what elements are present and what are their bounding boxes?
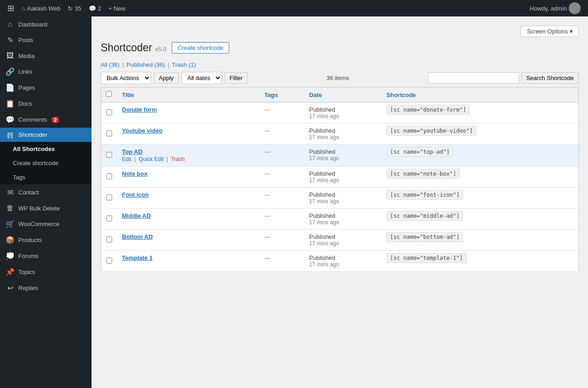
- sidebar-item-label: Forums: [18, 253, 38, 259]
- row-date: 17 mins ago: [309, 134, 378, 140]
- pages-icon: 📄: [5, 83, 15, 92]
- row-checkbox[interactable]: [106, 173, 112, 179]
- admin-bar-comments[interactable]: 💬 2: [85, 0, 105, 16]
- filter-button[interactable]: Filter: [225, 72, 248, 84]
- row-status: Published: [309, 148, 378, 155]
- row-title-link[interactable]: Template 1: [122, 254, 255, 261]
- sidebar-submenu-tags[interactable]: Tags: [0, 170, 92, 184]
- row-title-link[interactable]: Youtube video: [122, 127, 255, 134]
- admin-bar-wp-logo[interactable]: ⊞: [4, 0, 18, 16]
- row-title-link[interactable]: Note box: [122, 170, 255, 177]
- row-checkbox[interactable]: [106, 258, 112, 264]
- sidebar-item-forums[interactable]: 💭 Forums: [0, 248, 92, 264]
- row-checkbox[interactable]: [106, 194, 112, 200]
- row-date-cell: Published17 mins ago: [305, 145, 382, 167]
- sidebar-submenu-create-shortcode[interactable]: Create shortcode: [0, 156, 92, 170]
- row-shortcode-badge[interactable]: [sc name="template-1"]: [387, 253, 467, 263]
- search-input[interactable]: [428, 72, 519, 84]
- row-action-trash[interactable]: Trash: [171, 156, 184, 162]
- table-header-title[interactable]: Title: [118, 87, 260, 102]
- row-shortcode-badge[interactable]: [sc name="youtube-video"]: [387, 126, 477, 136]
- sidebar-item-label: Dashboard: [18, 21, 48, 28]
- version-badge: v5.0: [155, 46, 167, 53]
- row-title-link[interactable]: Donate form: [122, 106, 255, 113]
- row-title-link[interactable]: Top AD: [122, 148, 255, 155]
- row-status: Published: [309, 212, 378, 219]
- create-shortcode-button[interactable]: Create shortcode: [172, 42, 229, 54]
- admin-bar-new[interactable]: + New: [105, 0, 129, 16]
- table-header-shortcode: Shortcode: [382, 87, 579, 102]
- row-tags-cell: —: [260, 167, 305, 188]
- admin-bar: ⊞ ⌂ Aakash Web ↻ 35 💬 2 + New Howdy, adm…: [0, 0, 588, 16]
- row-shortcode-badge[interactable]: [sc name="font-icon"]: [387, 190, 464, 200]
- sidebar-submenu-all-shortcodes[interactable]: All Shortcodes: [0, 142, 92, 156]
- posts-icon: ✎: [5, 36, 15, 44]
- bulk-actions-select[interactable]: Bulk Actions: [101, 72, 151, 84]
- row-status: Published: [309, 191, 378, 198]
- row-tags-cell: —: [260, 145, 305, 167]
- sidebar-item-contact[interactable]: ✉ Contact: [0, 184, 92, 200]
- admin-bar-site[interactable]: ⌂ Aakash Web: [18, 0, 64, 16]
- row-title-link[interactable]: Middle AD: [122, 212, 255, 219]
- sidebar-item-label: WooCommerce: [18, 221, 59, 227]
- row-shortcode-badge[interactable]: [sc name="donate-form"]: [387, 105, 470, 115]
- sidebar-item-pages[interactable]: 📄 Pages: [0, 80, 92, 96]
- row-tags-cell: —: [260, 188, 305, 209]
- sidebar-item-products[interactable]: 📦 Products: [0, 232, 92, 248]
- sidebar: ⌂ Dashboard ✎ Posts 🖼 Media 🔗 Links 📄 Pa…: [0, 16, 92, 388]
- page-title: Shortcoder v5.0: [101, 42, 166, 54]
- row-checkbox-cell: [101, 251, 118, 272]
- row-date: 17 mins ago: [309, 261, 378, 268]
- admin-bar-howdy[interactable]: Howdy, admin: [526, 2, 584, 14]
- row-action-edit[interactable]: Edit: [122, 156, 132, 162]
- dates-select[interactable]: All dates: [182, 72, 222, 84]
- row-action-quick-edit[interactable]: Quick Edit: [139, 156, 164, 162]
- table-header-tags: Tags: [260, 87, 305, 102]
- filter-trash[interactable]: Trash (1): [172, 61, 196, 68]
- table-row: Note box—Published17 mins ago[sc name="n…: [101, 167, 579, 188]
- sidebar-item-links[interactable]: 🔗 Links: [0, 64, 92, 80]
- row-shortcode-badge[interactable]: [sc name="middle-ad"]: [387, 211, 464, 221]
- sidebar-item-label: Contact: [18, 189, 39, 196]
- apply-button[interactable]: Apply: [154, 72, 179, 84]
- filter-all[interactable]: All (36): [101, 61, 119, 68]
- row-tags-cell: —: [260, 124, 305, 145]
- links-icon: 🔗: [5, 67, 15, 76]
- sidebar-item-shortcoder[interactable]: [/] Shortcoder: [0, 128, 92, 142]
- screen-options-button[interactable]: Screen Options ▾: [521, 26, 579, 37]
- row-shortcode-badge[interactable]: [sc name="bottom-ad"]: [387, 232, 464, 242]
- updates-icon: ↻: [68, 5, 73, 12]
- sidebar-item-wp-bulk-delete[interactable]: 🗑 WP Bulk Delete: [0, 200, 92, 216]
- select-all-checkbox[interactable]: [106, 91, 112, 97]
- sidebar-item-media[interactable]: 🖼 Media: [0, 48, 92, 64]
- sidebar-item-comments[interactable]: 💬 Comments 2: [0, 112, 92, 128]
- contact-icon: ✉: [5, 188, 15, 197]
- admin-bar-updates[interactable]: ↻ 35: [64, 0, 85, 16]
- filter-published[interactable]: Published (36): [127, 61, 165, 68]
- row-checkbox[interactable]: [106, 130, 112, 136]
- row-checkbox[interactable]: [106, 152, 112, 158]
- sidebar-item-dashboard[interactable]: ⌂ Dashboard: [0, 16, 92, 32]
- sidebar-item-topics[interactable]: 📌 Topics: [0, 264, 92, 280]
- row-checkbox[interactable]: [106, 237, 112, 242]
- row-date-cell: Published17 mins ago: [305, 124, 382, 145]
- admin-avatar: [569, 2, 581, 14]
- row-tags-cell: —: [260, 102, 305, 124]
- row-shortcode-badge[interactable]: [sc name="top-ad"]: [387, 147, 453, 157]
- row-title-link[interactable]: Bottom AD: [122, 233, 255, 240]
- sidebar-item-posts[interactable]: ✎ Posts: [0, 32, 92, 48]
- search-button[interactable]: Search Shortcode: [521, 72, 579, 84]
- row-tags-cell: —: [260, 209, 305, 230]
- sidebar-item-docs[interactable]: 📋 Docs: [0, 96, 92, 112]
- row-checkbox-cell: [101, 145, 118, 167]
- layout: ⌂ Dashboard ✎ Posts 🖼 Media 🔗 Links 📄 Pa…: [0, 16, 588, 388]
- sidebar-submenu-shortcoder: All Shortcodes Create shortcode Tags: [0, 142, 92, 184]
- row-checkbox[interactable]: [106, 109, 112, 115]
- row-checkbox[interactable]: [106, 216, 112, 221]
- woocommerce-icon: 🛒: [5, 220, 15, 228]
- sidebar-item-replies[interactable]: ↩ Replies: [0, 280, 92, 296]
- sidebar-item-woocommerce[interactable]: 🛒 WooCommerce: [0, 216, 92, 232]
- row-shortcode-badge[interactable]: [sc name="note-box"]: [387, 169, 460, 179]
- table-header-date[interactable]: Date: [305, 87, 382, 102]
- row-title-link[interactable]: Font icon: [122, 191, 255, 198]
